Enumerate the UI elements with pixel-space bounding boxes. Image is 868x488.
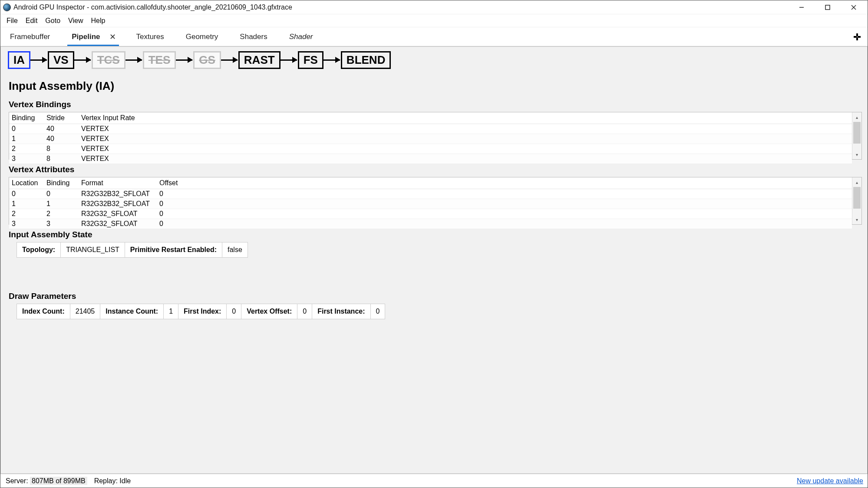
- cell: 3: [9, 154, 44, 164]
- arrow-icon: [221, 59, 238, 61]
- arrow-icon: [74, 59, 91, 61]
- cell: 8: [44, 144, 79, 154]
- cell: 1: [9, 134, 44, 144]
- table-row[interactable]: 22R32G32_SFLOAT0: [9, 209, 852, 219]
- menu-help[interactable]: Help: [87, 15, 109, 26]
- table-row[interactable]: 140VERTEX: [9, 134, 852, 144]
- cell: 0: [9, 189, 44, 199]
- table-row[interactable]: 040VERTEX: [9, 124, 852, 134]
- arrow-icon: [176, 59, 192, 61]
- close-tab-icon[interactable]: ✕: [109, 32, 116, 42]
- titlebar: Android GPU Inspector - com.activision.c…: [0, 0, 868, 14]
- server-label: Server:: [6, 477, 28, 485]
- table-row[interactable]: 33R32G32_SFLOAT0: [9, 219, 852, 229]
- col-offset[interactable]: Offset: [157, 177, 852, 189]
- cell: VERTEX: [79, 154, 852, 164]
- close-button[interactable]: [841, 0, 867, 14]
- vertex-bindings-title: Vertex Bindings: [9, 100, 862, 109]
- cell: R32G32_SFLOAT: [79, 209, 157, 219]
- server-value: 807MB of 899MB: [30, 477, 87, 485]
- menu-edit[interactable]: Edit: [22, 15, 41, 26]
- arrow-icon: [125, 59, 142, 61]
- col-stride[interactable]: Stride: [44, 112, 79, 124]
- cell: 0: [157, 219, 852, 229]
- replay-label: Replay:: [94, 477, 118, 485]
- scroll-up-icon[interactable]: ▴: [852, 177, 861, 187]
- stage-vs[interactable]: VS: [48, 51, 74, 69]
- tab-shader[interactable]: Shader: [287, 28, 315, 46]
- arrow-icon: [30, 59, 47, 61]
- scroll-up-icon[interactable]: ▴: [852, 112, 861, 122]
- instance-count-value: 1: [164, 304, 178, 319]
- cell: VERTEX: [79, 124, 852, 134]
- replay-status: Replay: Idle: [91, 476, 135, 486]
- table-row[interactable]: 38VERTEX: [9, 154, 852, 164]
- minimize-button[interactable]: [789, 0, 815, 14]
- vertex-attributes-table: Location Binding Format Offset 00R32G32B…: [9, 177, 862, 225]
- window-title: Android GPU Inspector - com.activision.c…: [13, 3, 292, 11]
- cell: 2: [44, 209, 79, 219]
- stage-gs: GS: [193, 51, 221, 69]
- section-title: Input Assembly (IA): [9, 79, 862, 93]
- index-count-value: 21405: [70, 304, 101, 319]
- cell: 3: [44, 219, 79, 229]
- server-status: Server: 807MB of 899MB: [2, 476, 91, 486]
- instance-count-label: Instance Count:: [100, 304, 164, 319]
- scroll-down-icon[interactable]: ▾: [852, 150, 861, 159]
- tab-textures[interactable]: Textures: [134, 28, 165, 46]
- first-instance-value: 0: [371, 304, 385, 319]
- stage-blend[interactable]: BLEND: [341, 51, 391, 69]
- statusbar: Server: 807MB of 899MB Replay: Idle New …: [0, 474, 868, 488]
- menu-goto[interactable]: Goto: [42, 15, 64, 26]
- tab-shaders[interactable]: Shaders: [238, 28, 269, 46]
- cell: 0: [44, 189, 79, 199]
- col-location[interactable]: Location: [9, 177, 44, 189]
- table-row[interactable]: 00R32G32B32_SFLOAT0: [9, 189, 852, 199]
- cell: 0: [157, 199, 852, 209]
- vertex-offset-label: Vertex Offset:: [241, 304, 297, 319]
- scroll-thumb[interactable]: [853, 122, 861, 144]
- stage-fs[interactable]: FS: [298, 51, 323, 69]
- scroll-thumb[interactable]: [853, 187, 861, 209]
- index-count-label: Index Count:: [17, 304, 70, 319]
- col-binding[interactable]: Binding: [44, 177, 79, 189]
- col-format[interactable]: Format: [79, 177, 157, 189]
- col-vertex-input-rate[interactable]: Vertex Input Rate: [79, 112, 852, 124]
- menu-file[interactable]: File: [3, 15, 21, 26]
- tab-pipeline[interactable]: Pipeline: [70, 28, 102, 46]
- menu-view[interactable]: View: [65, 15, 86, 26]
- maximize-button[interactable]: [815, 0, 841, 14]
- prim-restart-value: false: [222, 242, 248, 257]
- cell: 40: [44, 124, 79, 134]
- scrollbar[interactable]: ▴ ▾: [852, 112, 861, 159]
- stage-ia[interactable]: IA: [8, 51, 30, 69]
- cell: 0: [157, 189, 852, 199]
- collapse-icon[interactable]: [852, 32, 862, 42]
- cell: 2: [9, 209, 44, 219]
- first-index-value: 0: [227, 304, 241, 319]
- cell: 1: [44, 199, 79, 209]
- scroll-down-icon[interactable]: ▾: [852, 215, 861, 224]
- cell: 0: [157, 209, 852, 219]
- col-binding[interactable]: Binding: [9, 112, 44, 124]
- stage-rast[interactable]: RAST: [238, 51, 281, 69]
- table-row[interactable]: 28VERTEX: [9, 144, 852, 154]
- content-area: IA VS TCS TES GS RAST FS BLEND Input Ass…: [0, 46, 868, 474]
- stage-tcs: TCS: [92, 51, 125, 69]
- input-assembly-state-title: Input Assembly State: [9, 230, 862, 239]
- cell: R32G32_SFLOAT: [79, 219, 157, 229]
- table-row[interactable]: 11R32G32B32_SFLOAT0: [9, 199, 852, 209]
- arrow-icon: [323, 59, 340, 61]
- topology-label: Topology:: [17, 242, 61, 257]
- scrollbar[interactable]: ▴ ▾: [852, 177, 861, 224]
- cell: 3: [9, 219, 44, 229]
- tab-framebuffer[interactable]: Framebuffer: [8, 28, 52, 46]
- replay-value: Idle: [119, 477, 131, 485]
- app-icon: [3, 3, 11, 11]
- first-instance-label: First Instance:: [312, 304, 370, 319]
- vertex-offset-value: 0: [297, 304, 312, 319]
- pipeline-stage-bar: IA VS TCS TES GS RAST FS BLEND: [1, 46, 867, 74]
- cell: 1: [9, 199, 44, 209]
- update-link[interactable]: New update available: [797, 477, 863, 485]
- tab-geometry[interactable]: Geometry: [184, 28, 220, 46]
